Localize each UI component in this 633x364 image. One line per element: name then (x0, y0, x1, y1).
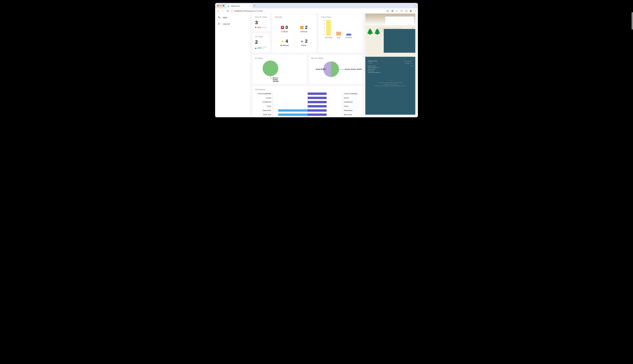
preview-social-icons: f ◯ (368, 80, 413, 81)
url-text: localhost:3000/pages/2172/chart (235, 10, 263, 12)
non-at-tasks-card: Non AT Tasks Book: 50.00% Browse Details… (309, 55, 363, 84)
at-tasks-pie (263, 60, 278, 76)
pen-icon[interactable] (396, 10, 398, 12)
delta-from: from 4 (262, 26, 267, 28)
svg-point-6 (415, 11, 416, 11)
delta-pct: 100% (257, 47, 262, 49)
pie-label: Browse Details: 100.00% (273, 77, 283, 82)
new-tab-button[interactable]: + (253, 4, 256, 7)
preview-mid-section: 🕊 🌲🌲 SPACIOUS SANTA CRUZ HOTELS RETREAT … (365, 25, 415, 53)
tab-overflow-icon[interactable] (414, 4, 417, 7)
bookmark-icon[interactable] (386, 10, 389, 12)
preview-image-block (384, 29, 415, 53)
severity-card: Severity ✕0 Critical ✕2 Serious ▲4 Moder… (272, 14, 316, 52)
card-title: Carry Over (321, 16, 360, 18)
preview-legal: Accessibility Privacy Policy California … (368, 82, 413, 86)
forward-button[interactable] (221, 9, 225, 13)
moderate-icon: ▲ (281, 40, 284, 43)
menu-icon[interactable] (414, 10, 417, 12)
severity-serious: ✕2 Serious (294, 24, 314, 36)
browser-tab[interactable]: Allied A11y × (226, 4, 252, 8)
address-bar-actions (386, 10, 417, 12)
card-title: Non AT Tasks (311, 57, 361, 59)
tab-title: Allied A11y (231, 5, 240, 7)
stat-value: 3 (255, 20, 267, 25)
chevron-up-icon (255, 48, 257, 49)
browser-window: Allied A11y × + localhost:3000/pages/217… (215, 3, 418, 117)
severity-minor: ▲2 Minor (294, 38, 314, 50)
minimize-window-icon[interactable] (220, 5, 222, 6)
sidebar-item-logout[interactable]: Log out (215, 20, 250, 27)
delta-from: from 1 (263, 46, 267, 50)
preview-footer: SEACLIFF — INN — Seacliff Inn Aptos 7500… (365, 57, 415, 115)
phone-icon (218, 16, 221, 19)
maximize-window-icon[interactable] (223, 5, 224, 6)
sidebar-item-help[interactable]: Help (215, 14, 250, 20)
profile-icon[interactable] (409, 10, 412, 12)
favicon-icon (228, 5, 230, 7)
page-content: Help Log out Non AT Visits 3 (215, 14, 418, 117)
panel-icon[interactable] (405, 10, 407, 12)
sidebar-item-label: Log out (223, 22, 230, 25)
close-tab-icon[interactable]: × (250, 5, 251, 7)
tab-bar: Allied A11y × + (215, 3, 418, 8)
site-info-icon[interactable] (231, 10, 233, 12)
minor-icon: ▲ (300, 40, 303, 43)
globe-icon[interactable] (391, 10, 394, 12)
card-title: Non AT Visits (255, 16, 267, 18)
card-title: AT Visits (255, 36, 267, 38)
stat-at-visits: AT Visits 2 100% from 1 (253, 33, 270, 52)
serious-icon: ✕ (300, 26, 303, 29)
address-bar: localhost:3000/pages/2172/chart (215, 8, 418, 14)
bird-icon: 🕊 (412, 27, 414, 29)
critical-icon: ✕ (281, 26, 284, 29)
at-tasks-card: AT Tasks Browse Details: 100.00% (253, 55, 307, 84)
logout-icon (218, 22, 221, 25)
reload-button[interactable] (226, 9, 230, 13)
carry-over-card: Carry Over 8 6 4 2 0 recurring new (319, 14, 363, 52)
card-title: AT Tasks (255, 57, 304, 59)
url-field[interactable]: localhost:3000/pages/2172/chart (231, 10, 385, 12)
carry-over-chart: 8 6 4 2 0 recurring new resolved (321, 20, 360, 38)
pie-label: Browse Details: 50.00% (345, 68, 362, 70)
interactions-chart: Check Availability Check Availability pr… (255, 92, 360, 117)
sidebar: Help Log out (215, 14, 250, 117)
extensions-icon[interactable] (400, 10, 403, 12)
page-preview: 🕊 🌲🌲 SPACIOUS SANTA CRUZ HOTELS RETREAT … (365, 14, 415, 115)
preview-hero-image (365, 14, 415, 25)
preview-footer-links: PET FRIENDLY CONTACT US FAQ (404, 60, 413, 67)
sidebar-item-label: Help (223, 16, 227, 19)
pie-label: Book: 50.00% (316, 68, 326, 70)
window-controls (216, 5, 225, 6)
svg-point-5 (415, 10, 416, 10)
dashboard: Non AT Visits 3 25% from 4 AT Visits 2 (250, 14, 418, 117)
trees-icon: 🌲🌲 (366, 30, 381, 34)
svg-point-7 (415, 12, 416, 12)
page-preview-panel: 🕊 🌲🌲 SPACIOUS SANTA CRUZ HOTELS RETREAT … (365, 14, 415, 115)
card-title: Severity (275, 16, 314, 21)
stat-value: 2 (255, 39, 267, 45)
card-title: Interactions (255, 88, 360, 91)
svg-rect-1 (405, 10, 407, 12)
stat-non-at-visits: Non AT Visits 3 25% from 4 (253, 14, 270, 31)
y-axis: 8 6 4 2 0 (321, 20, 325, 35)
svg-point-4 (410, 10, 411, 11)
interactions-card: Interactions Check Availability Check Av… (253, 86, 363, 117)
chevron-down-icon (255, 27, 257, 28)
delta-pct: 25% (257, 26, 261, 28)
close-window-icon[interactable] (217, 5, 219, 6)
severity-critical: ✕0 Critical (275, 24, 294, 36)
severity-moderate: ▲4 Moderate (275, 38, 294, 50)
back-button[interactable] (216, 9, 220, 13)
